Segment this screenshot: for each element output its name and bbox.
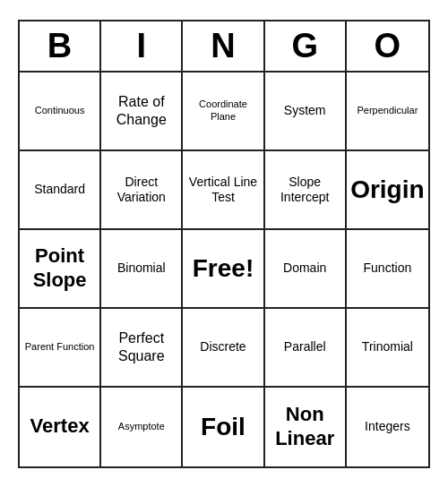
bingo-header: BINGO xyxy=(20,21,428,73)
cell-text: System xyxy=(284,103,326,118)
cell-text: Parallel xyxy=(284,339,326,355)
cell-text: Foil xyxy=(201,412,246,442)
bingo-cell: Point Slope xyxy=(20,230,101,309)
bingo-cell: Vertex xyxy=(20,388,101,466)
bingo-grid: ContinuousRate of ChangeCoordinate Plane… xyxy=(20,73,428,466)
bingo-cell: Free! xyxy=(183,230,264,309)
cell-text: Free! xyxy=(193,253,254,284)
bingo-cell: Function xyxy=(347,230,428,309)
cell-text: Rate of Change xyxy=(105,93,177,127)
cell-text: Slope Intercept xyxy=(269,175,341,205)
bingo-cell: Domain xyxy=(265,230,347,309)
cell-text: Parent Function xyxy=(25,341,95,353)
cell-text: Continuous xyxy=(35,105,85,116)
header-letter: I xyxy=(101,21,183,71)
header-letter: G xyxy=(265,21,347,71)
bingo-cell: Direct Variation xyxy=(101,151,183,230)
bingo-cell: Parent Function xyxy=(20,309,101,388)
bingo-cell: Continuous xyxy=(20,73,101,151)
cell-text: Origin xyxy=(350,175,424,205)
header-letter: N xyxy=(183,21,264,71)
bingo-cell: Discrete xyxy=(183,309,264,388)
cell-text: Point Slope xyxy=(23,244,96,292)
bingo-cell: Standard xyxy=(20,151,101,230)
header-letter: B xyxy=(20,21,101,71)
cell-text: Domain xyxy=(283,261,326,276)
cell-text: Asymptote xyxy=(118,421,165,432)
cell-text: Non Linear xyxy=(269,403,341,450)
cell-text: Discrete xyxy=(200,339,246,355)
bingo-cell: Foil xyxy=(183,388,264,466)
bingo-cell: Binomial xyxy=(101,230,183,309)
bingo-cell: Integers xyxy=(347,388,428,466)
bingo-cell: Perpendicular xyxy=(347,73,428,151)
bingo-cell: Rate of Change xyxy=(101,73,183,151)
cell-text: Direct Variation xyxy=(105,175,177,205)
bingo-cell: Trinomial xyxy=(347,309,428,388)
bingo-cell: Coordinate Plane xyxy=(183,73,264,151)
bingo-cell: Origin xyxy=(347,151,428,230)
bingo-card: BINGO ContinuousRate of ChangeCoordinate… xyxy=(18,20,430,468)
bingo-cell: Vertical Line Test xyxy=(183,151,264,230)
bingo-cell: Perfect Square xyxy=(101,309,183,388)
cell-text: Function xyxy=(364,261,412,276)
bingo-cell: Slope Intercept xyxy=(265,151,347,230)
bingo-cell: Asymptote xyxy=(101,388,183,466)
cell-text: Coordinate Plane xyxy=(186,98,259,122)
cell-text: Trinomial xyxy=(362,339,413,355)
bingo-cell: Non Linear xyxy=(265,388,347,466)
bingo-cell: Parallel xyxy=(265,309,347,388)
cell-text: Standard xyxy=(34,182,85,197)
cell-text: Perfect Square xyxy=(105,329,177,363)
bingo-cell: System xyxy=(265,73,347,151)
header-letter: O xyxy=(347,21,428,71)
cell-text: Binomial xyxy=(117,261,166,276)
cell-text: Integers xyxy=(365,419,410,434)
cell-text: Vertical Line Test xyxy=(186,175,259,205)
cell-text: Perpendicular xyxy=(357,105,418,116)
cell-text: Vertex xyxy=(30,414,90,438)
